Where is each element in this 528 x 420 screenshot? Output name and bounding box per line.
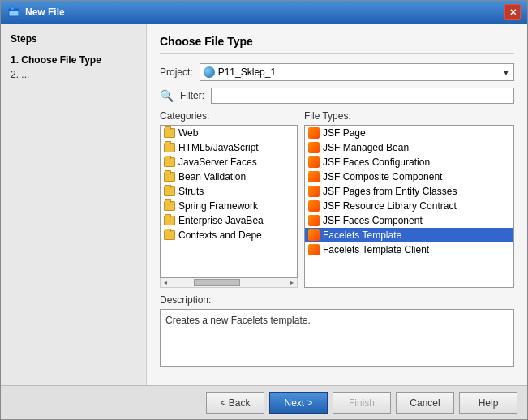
folder-icon bbox=[164, 186, 175, 196]
description-text: Creates a new Facelets template. bbox=[165, 315, 311, 326]
hscroll-track bbox=[170, 278, 287, 287]
sidebar-step-2: 2. ... bbox=[11, 67, 136, 82]
list-item[interactable]: Bean Validation bbox=[161, 169, 297, 184]
sidebar: Steps 1. Choose File Type 2. ... bbox=[1, 24, 147, 385]
close-button[interactable]: ✕ bbox=[504, 4, 521, 20]
list-item[interactable]: JSF Faces Component bbox=[305, 213, 513, 228]
list-item[interactable]: JSF Managed Bean bbox=[305, 140, 513, 155]
list-item[interactable]: JSF Resource Library Contract bbox=[305, 199, 513, 213]
list-item[interactable]: Enterprise JavaBea bbox=[161, 213, 297, 228]
back-button[interactable]: < Back bbox=[206, 392, 264, 414]
description-label: Description: bbox=[160, 294, 514, 306]
dropdown-arrow-icon: ▼ bbox=[502, 68, 510, 77]
window-icon bbox=[7, 6, 20, 19]
svg-rect-2 bbox=[11, 7, 14, 10]
cancel-button[interactable]: Cancel bbox=[396, 392, 454, 414]
folder-icon bbox=[164, 201, 175, 211]
jsf-file-icon bbox=[308, 215, 320, 226]
list-item[interactable]: Struts bbox=[161, 184, 297, 199]
project-row: Project: P11_Sklep_1 ▼ bbox=[160, 63, 514, 81]
description-box: Creates a new Facelets template. bbox=[160, 309, 514, 367]
list-item[interactable]: JSF Composite Component bbox=[305, 169, 513, 184]
right-panel: Choose File Type Project: P11_Sklep_1 ▼ … bbox=[147, 24, 527, 385]
filter-input[interactable] bbox=[211, 88, 514, 104]
main-content: Steps 1. Choose File Type 2. ... Choose … bbox=[1, 24, 527, 385]
categories-label: Categories: bbox=[160, 110, 298, 122]
list-item[interactable]: HTML5/JavaScript bbox=[161, 140, 297, 155]
list-item[interactable]: Facelets Template Client bbox=[305, 242, 513, 257]
list-item[interactable]: Contexts and Depe bbox=[161, 228, 297, 242]
hscroll-right-btn[interactable]: ▸ bbox=[287, 278, 297, 288]
panels-row: Categories: WebHTML5/JavaScriptJavaServe… bbox=[160, 110, 514, 288]
jsf-file-icon bbox=[308, 200, 320, 212]
jsf-file-icon bbox=[308, 229, 320, 241]
jsf-file-icon bbox=[308, 171, 320, 182]
next-button[interactable]: Next > bbox=[269, 392, 328, 414]
folder-icon bbox=[164, 216, 175, 225]
jsf-file-icon bbox=[308, 186, 320, 197]
list-item[interactable]: JavaServer Faces bbox=[161, 155, 297, 169]
categories-panel: Categories: WebHTML5/JavaScriptJavaServe… bbox=[160, 110, 298, 288]
titlebar: New File ✕ bbox=[1, 1, 527, 24]
project-value: P11_Sklep_1 bbox=[218, 66, 276, 78]
description-section: Description: Creates a new Facelets temp… bbox=[160, 294, 514, 367]
sidebar-step-1: 1. Choose File Type bbox=[11, 53, 136, 67]
project-label: Project: bbox=[160, 66, 193, 78]
filter-row: 🔍 Filter: bbox=[160, 88, 514, 104]
categories-hscroll[interactable]: ◂ ▸ bbox=[160, 278, 298, 288]
filter-label: Filter: bbox=[180, 90, 204, 101]
folder-icon bbox=[164, 157, 175, 167]
new-file-dialog: New File ✕ Steps 1. Choose File Type 2. … bbox=[0, 0, 528, 420]
finish-button[interactable]: Finish bbox=[333, 392, 391, 414]
filetypes-panel: File Types: JSF PageJSF Managed BeanJSF … bbox=[304, 110, 514, 288]
filetypes-list[interactable]: JSF PageJSF Managed BeanJSF Faces Config… bbox=[304, 125, 514, 288]
categories-list[interactable]: WebHTML5/JavaScriptJavaServer FacesBean … bbox=[160, 125, 298, 278]
jsf-file-icon bbox=[308, 127, 320, 139]
jsf-file-icon bbox=[308, 156, 320, 168]
list-item[interactable]: Web bbox=[161, 126, 297, 140]
section-title: Choose File Type bbox=[160, 35, 514, 54]
filetypes-label: File Types: bbox=[304, 110, 514, 122]
folder-icon bbox=[164, 143, 175, 152]
list-item[interactable]: JSF Faces Configuration bbox=[305, 155, 513, 169]
sidebar-title: Steps bbox=[11, 33, 136, 45]
jsf-file-icon bbox=[308, 244, 320, 255]
list-item[interactable]: Spring Framework bbox=[161, 199, 297, 213]
list-item[interactable]: JSF Pages from Entity Classes bbox=[305, 184, 513, 199]
hscroll-left-btn[interactable]: ◂ bbox=[161, 278, 170, 288]
button-bar: < Back Next > Finish Cancel Help bbox=[1, 385, 527, 419]
project-globe-icon bbox=[204, 66, 215, 78]
list-item[interactable]: Facelets Template bbox=[305, 228, 513, 242]
hscroll-thumb bbox=[194, 279, 241, 286]
help-button[interactable]: Help bbox=[459, 392, 517, 414]
list-item[interactable]: JSF Page bbox=[305, 126, 513, 140]
jsf-file-icon bbox=[308, 142, 320, 153]
window-title: New File bbox=[25, 6, 504, 18]
folder-icon bbox=[164, 230, 175, 240]
folder-icon bbox=[164, 172, 175, 182]
project-dropdown[interactable]: P11_Sklep_1 ▼ bbox=[200, 63, 514, 81]
filter-search-icon: 🔍 bbox=[160, 89, 174, 102]
folder-icon bbox=[164, 128, 175, 138]
